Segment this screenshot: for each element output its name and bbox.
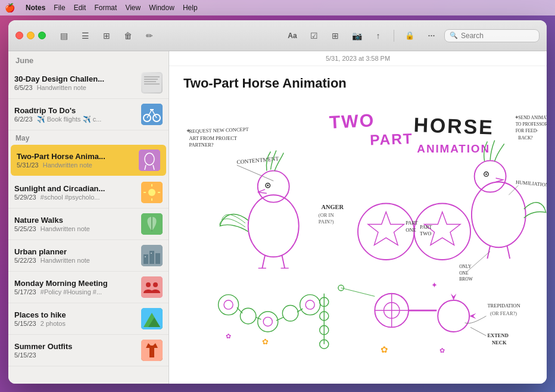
menu-help[interactable]: Help [183, 4, 198, 12]
note-title: Roadtrip To Do's [14, 106, 136, 115]
traffic-lights [15, 32, 46, 39]
svg-text:PART: PART [370, 130, 414, 148]
svg-point-67 [485, 173, 487, 175]
note-meta: 6/5/23 Handwritten note [14, 84, 136, 91]
note-item-hike[interactable]: Places to hike 5/15/23 2 photos [8, 303, 169, 335]
svg-rect-28 [151, 253, 152, 254]
note-meta: 5/17/23 #Policy #Housing #... [14, 288, 136, 295]
note-thumbnail [141, 213, 163, 235]
delete-button[interactable]: 🗑 [120, 27, 136, 44]
note-item-roadtrip[interactable]: Roadtrip To Do's 6/2/23 ✈️ Book flights … [8, 99, 169, 130]
svg-text:PAIN?): PAIN?) [319, 219, 334, 225]
note-title: Monday Morning Meeting [14, 279, 136, 288]
note-thumbnail [141, 72, 163, 94]
note-info: Places to hike 5/15/23 2 photos [14, 310, 136, 327]
sidebar-toggle-icon: ▤ [60, 31, 68, 41]
minimize-button[interactable] [27, 32, 35, 39]
menu-window[interactable]: Window [149, 4, 174, 12]
svg-point-16 [148, 189, 155, 196]
note-item-outfits[interactable]: Summer Outfits 5/15/23 [8, 335, 169, 366]
svg-text:(OR IN: (OR IN [319, 212, 334, 218]
note-title: Sunlight and Circadian... [14, 184, 136, 193]
checklist-button[interactable]: ☑ [305, 27, 322, 44]
note-info: Summer Outfits 5/15/23 [14, 342, 136, 359]
grid-view-button[interactable]: ⊞ [98, 27, 115, 44]
svg-rect-0 [142, 73, 161, 92]
note-meta: 5/31/23 Handwritten note [17, 161, 134, 169]
svg-text:✿: ✿ [262, 337, 269, 346]
media-button[interactable]: 📷 [348, 27, 365, 44]
note-item-urban[interactable]: Urban planner 5/22/23 Handwritten note [8, 240, 169, 272]
note-title: Two-Part Horse Anima... [17, 152, 134, 161]
note-meta: 5/15/23 2 photos [14, 320, 136, 327]
share-button[interactable]: ↑ [370, 27, 386, 44]
table-button[interactable]: ⊞ [327, 27, 344, 44]
svg-text:FOR FEED-: FOR FEED- [516, 128, 538, 133]
note-item-nature[interactable]: Nature Walks 5/25/23 Handwritten note [8, 209, 169, 240]
share-icon: ↑ [376, 31, 381, 41]
svg-text:✦: ✦ [431, 281, 438, 290]
toolbar-separator [394, 30, 394, 42]
svg-text:ANIMATION: ANIMATION [417, 142, 490, 155]
note-thumbnail [141, 182, 163, 203]
list-view-button[interactable]: ☰ [77, 27, 93, 44]
note-thumbnail [141, 340, 163, 361]
table-icon: ⊞ [332, 31, 339, 41]
close-button[interactable] [15, 32, 23, 39]
note-item-horse[interactable]: Two-Part Horse Anima... 5/31/23 Handwrit… [11, 145, 166, 176]
svg-point-30 [146, 282, 151, 287]
svg-text:ART FROM PROJECT: ART FROM PROJECT [189, 135, 237, 141]
note-thumbnail [141, 276, 163, 298]
svg-text:✿: ✿ [381, 345, 388, 354]
sidebar-toggle-button[interactable]: ▤ [55, 27, 72, 44]
note-content[interactable]: Two-Part Horse Animation TWO PART HORSE … [169, 66, 547, 384]
search-box[interactable]: 🔍 [444, 29, 540, 42]
note-main: 5/31, 2023 at 3:58 PM Two-Part Horse Ani… [169, 51, 547, 384]
sidebar-month-may: May [8, 130, 169, 144]
lock-icon: 🔒 [405, 31, 414, 40]
sketch-svg: TWO PART HORSE ANIMATION REQUEST NEW CON… [183, 101, 532, 357]
svg-point-50 [267, 185, 269, 186]
more-options-button[interactable]: ··· [423, 27, 439, 44]
svg-text:(OR FEAR?): (OR FEAR?) [490, 310, 517, 316]
svg-text:ONE: ONE [459, 270, 469, 276]
svg-rect-5 [141, 104, 163, 125]
format-text-button[interactable]: Aa [284, 27, 301, 44]
note-info: Monday Morning Meeting 5/17/23 #Policy #… [14, 279, 136, 295]
menu-edit[interactable]: Edit [74, 4, 86, 12]
apple-logo-icon[interactable]: 🍎 [5, 3, 15, 13]
lock-button[interactable]: 🔒 [401, 27, 418, 44]
note-thumbnail [141, 245, 163, 266]
note-title: Urban planner [14, 247, 136, 256]
menubar: 🍎 Notes File Edit Format View Window Hel… [0, 0, 555, 15]
note-thumbnail [141, 104, 163, 125]
note-meta: 5/22/23 Handwritten note [14, 257, 136, 264]
svg-rect-26 [155, 253, 160, 264]
note-date-bar: 5/31, 2023 at 3:58 PM [169, 51, 547, 66]
content-area: June 30-Day Design Challen... 6/5/23 Han… [8, 51, 547, 384]
note-item-sunlight[interactable]: Sunlight and Circadian... 5/29/23 #schoo… [8, 177, 169, 209]
svg-rect-29 [141, 276, 163, 298]
maximize-button[interactable] [38, 32, 46, 39]
new-note-button[interactable]: ✏ [141, 27, 158, 44]
menu-file[interactable]: File [54, 4, 65, 12]
compose-icon: ✏ [146, 31, 153, 41]
note-thumbnail [141, 308, 163, 329]
notes-list: 30-Day Design Challen... 6/5/23 Handwrit… [8, 67, 169, 384]
note-item-30day[interactable]: 30-Day Design Challen... 6/5/23 Handwrit… [8, 67, 169, 99]
note-info: Sunlight and Circadian... 5/29/23 #schoo… [14, 184, 136, 201]
note-info: Two-Part Horse Anima... 5/31/23 Handwrit… [17, 152, 134, 169]
menu-notes[interactable]: Notes [26, 4, 45, 12]
more-icon: ··· [428, 29, 435, 42]
menu-format[interactable]: Format [94, 4, 117, 12]
list-view-icon: ☰ [82, 31, 89, 41]
svg-text:TO PROFESSOR: TO PROFESSOR [516, 122, 547, 127]
note-info: Urban planner 5/22/23 Handwritten note [14, 247, 136, 264]
search-input[interactable] [461, 32, 532, 40]
note-meta: 5/29/23 #school #psycholo... [14, 194, 136, 201]
main-window: ▤ ☰ ⊞ 🗑 ✏ Aa ☑ ⊞ 📷 ↑ 🔒 [8, 20, 547, 384]
note-info: Nature Walks 5/25/23 Handwritten note [14, 216, 136, 232]
note-item-meeting[interactable]: Monday Morning Meeting 5/17/23 #Policy #… [8, 272, 169, 303]
toolbar: ▤ ☰ ⊞ 🗑 ✏ Aa ☑ ⊞ 📷 ↑ 🔒 [8, 20, 547, 51]
menu-view[interactable]: View [125, 4, 141, 12]
